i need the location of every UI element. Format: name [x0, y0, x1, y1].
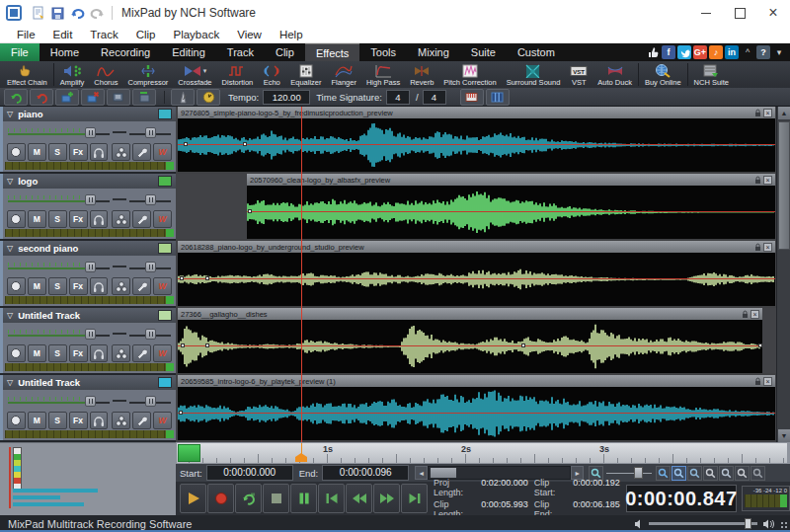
nch-software-icon[interactable]: ♪: [709, 45, 723, 59]
menu-track[interactable]: Track: [81, 29, 126, 40]
track-header[interactable]: ▽second piano: [3, 241, 176, 256]
audio-clip-2[interactable]: 20570960_clean-logo_by_albasfx_preview×: [247, 174, 775, 239]
volume-slider-handle[interactable]: [745, 518, 751, 529]
monitor-headphones-button[interactable]: [90, 344, 109, 362]
tab-tools[interactable]: Tools: [359, 43, 407, 61]
start-time-field[interactable]: 0:00:00.000: [206, 465, 293, 481]
audio-clip-4[interactable]: 27366__gallagho__dishes×: [178, 308, 762, 373]
high-pass-button[interactable]: High Pass: [361, 61, 405, 88]
skip-end-button[interactable]: [401, 484, 428, 513]
effects-wrench-button[interactable]: [132, 143, 151, 161]
collapse-icon[interactable]: ▽: [7, 244, 13, 253]
nch-suite-button[interactable]: NCH Suite: [689, 61, 734, 88]
crossfade-button[interactable]: ▾Crossfade: [173, 61, 216, 88]
like-icon[interactable]: [646, 45, 660, 59]
minimize-button[interactable]: [689, 0, 723, 26]
save-icon[interactable]: [48, 5, 66, 21]
clip-title-bar[interactable]: 20618288_piano-logo_by_underground_studi…: [178, 241, 775, 253]
track-name[interactable]: second piano: [18, 243, 158, 254]
volume-slider[interactable]: [8, 262, 110, 271]
pan-handle[interactable]: [145, 262, 156, 272]
zoom-selection-button[interactable]: [672, 466, 686, 481]
columns-button[interactable]: [486, 89, 510, 106]
volume-slider[interactable]: [8, 329, 110, 339]
track-color-swatch[interactable]: [158, 109, 172, 119]
collapse-icon[interactable]: ▽: [7, 378, 13, 387]
app-icon[interactable]: [6, 5, 22, 21]
flanger-button[interactable]: Flanger: [327, 61, 361, 88]
monitor-headphones-button[interactable]: [90, 412, 109, 429]
track-color-swatch[interactable]: [158, 176, 172, 187]
tab-effects[interactable]: Effects: [305, 43, 359, 61]
clip-export-button[interactable]: [107, 89, 130, 106]
distortion-button[interactable]: Distortion: [217, 61, 259, 88]
zoom-project-button[interactable]: [735, 466, 750, 481]
record-arm-button[interactable]: [7, 210, 26, 228]
clip-close-button[interactable]: ×: [763, 377, 772, 386]
close-button[interactable]: ×: [756, 0, 790, 26]
amplify-button[interactable]: Amplify: [55, 61, 90, 88]
googleplus-icon[interactable]: G+: [693, 45, 707, 59]
track-header[interactable]: ▽logo: [3, 174, 176, 189]
pan-handle[interactable]: [145, 127, 156, 138]
loop-green-button[interactable]: [4, 89, 28, 106]
effects-wrench-button[interactable]: [132, 344, 151, 362]
automation-point[interactable]: [205, 343, 209, 347]
metronome-button[interactable]: [171, 89, 195, 106]
fx-button[interactable]: Fx: [69, 412, 88, 429]
effect-chain-button[interactable]: Effect Chain: [2, 61, 52, 88]
track-color-swatch[interactable]: [158, 243, 172, 254]
collapse-icon[interactable]: ▽: [7, 311, 13, 320]
track-header[interactable]: ▽Untitled Track: [3, 308, 176, 323]
record-arm-button[interactable]: [7, 412, 26, 429]
pan-slider[interactable]: [129, 329, 171, 339]
audio-clip-3[interactable]: 20618288_piano-logo_by_underground_studi…: [178, 241, 775, 306]
playhead-marker[interactable]: [295, 453, 307, 462]
rewind-button[interactable]: [346, 484, 372, 513]
clip-close-button[interactable]: ×: [763, 243, 772, 252]
volume-slider[interactable]: [8, 194, 110, 204]
help-icon[interactable]: ?: [756, 45, 770, 59]
stop-button[interactable]: [263, 484, 289, 513]
automation-wave-button[interactable]: W: [153, 210, 172, 228]
monitor-headphones-button[interactable]: [90, 277, 109, 295]
tab-editing[interactable]: Editing: [161, 43, 216, 61]
solo-button[interactable]: S: [48, 210, 67, 228]
fast-forward-button[interactable]: [373, 484, 400, 513]
mixer-button[interactable]: [112, 143, 130, 161]
echo-button[interactable]: Echo: [258, 61, 285, 88]
pan-slider[interactable]: [129, 396, 171, 406]
timesig-denominator-field[interactable]: 4: [423, 90, 446, 105]
clip-title-bar[interactable]: 27366__gallagho__dishes×: [178, 308, 762, 320]
tab-mixing[interactable]: Mixing: [407, 43, 460, 61]
effects-wrench-button[interactable]: [132, 412, 151, 429]
pan-slider[interactable]: [129, 127, 171, 137]
menu-help[interactable]: Help: [271, 29, 312, 40]
pitch-correction-button[interactable]: Pitch Correction: [438, 61, 501, 88]
audio-clip-5[interactable]: 20659585_intro-logo-6_by_playtek_preview…: [178, 375, 775, 440]
fx-button[interactable]: Fx: [69, 210, 88, 228]
volume-handle[interactable]: [85, 262, 96, 272]
track-color-swatch[interactable]: [158, 377, 172, 388]
tab-suite[interactable]: Suite: [460, 43, 507, 61]
collapse-icon[interactable]: ▽: [7, 177, 13, 186]
record-arm-button[interactable]: [7, 143, 26, 161]
fx-button[interactable]: Fx: [69, 344, 88, 362]
surround-sound-button[interactable]: Surround Sound: [502, 61, 566, 88]
resize-grip[interactable]: [780, 521, 788, 529]
speaker-loud-icon[interactable]: [762, 519, 776, 529]
volume-handle[interactable]: [85, 127, 96, 138]
mute-button[interactable]: M: [28, 344, 46, 362]
chorus-button[interactable]: Chorus: [89, 61, 122, 88]
automation-wave-button[interactable]: W: [153, 277, 172, 295]
mixer-button[interactable]: [112, 412, 130, 429]
volume-handle[interactable]: [85, 194, 96, 205]
automation-point[interactable]: [179, 411, 183, 415]
record-arm-button[interactable]: [7, 277, 26, 295]
scroll-up-arrow[interactable]: ▲: [778, 107, 790, 119]
fx-button[interactable]: Fx: [69, 143, 88, 161]
solo-button[interactable]: S: [48, 143, 67, 161]
automation-wave-button[interactable]: W: [153, 344, 172, 362]
menu-edit[interactable]: Edit: [44, 29, 82, 40]
track-name[interactable]: piano: [18, 109, 158, 119]
